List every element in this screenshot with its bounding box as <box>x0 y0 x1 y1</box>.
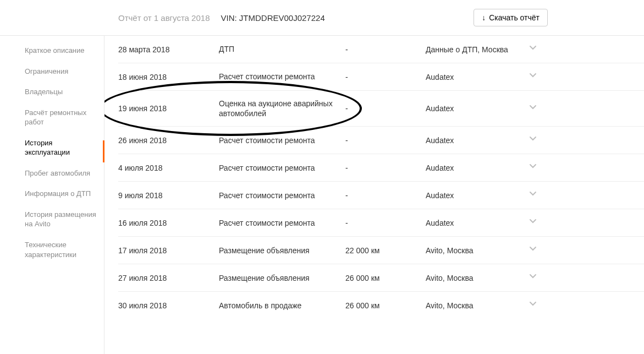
table-row[interactable]: 18 июня 2018 Расчет стоимости ремонта - … <box>118 63 644 91</box>
sidebar-item-mileage[interactable]: Пробег автомобиля <box>25 168 104 178</box>
cell-mileage: 22 000 км <box>345 246 426 255</box>
cell-date: 18 июня 2018 <box>118 73 219 81</box>
table-row[interactable]: 27 июля 2018 Размещение объявления 26 00… <box>118 264 644 292</box>
download-icon: ↓ <box>482 13 486 22</box>
sidebar: Краткое описание Ограничения Владельцы Р… <box>0 36 104 354</box>
cell-event: Расчет стоимости ремонта <box>219 72 345 81</box>
cell-source: Audatex <box>426 164 525 172</box>
expand-icon[interactable] <box>525 272 541 284</box>
cell-event: Расчет стоимости ремонта <box>219 135 345 145</box>
expand-icon[interactable] <box>525 71 541 83</box>
cell-mileage: 26 000 км <box>345 274 426 282</box>
cell-source: Avito, Москва <box>426 274 525 282</box>
cell-source: Audatex <box>426 104 525 113</box>
cell-date: 27 июля 2018 <box>118 274 219 282</box>
cell-event: Автомобиль в продаже <box>219 301 345 311</box>
expand-icon[interactable] <box>525 217 541 228</box>
cell-mileage: - <box>345 191 426 200</box>
cell-source: Audatex <box>426 136 525 145</box>
report-date: Отчёт от 1 августа 2018 <box>118 13 210 23</box>
table-row[interactable]: 4 июля 2018 Расчет стоимости ремонта - A… <box>118 154 644 182</box>
cell-source: Avito, Москва <box>426 301 525 310</box>
expand-icon[interactable] <box>525 162 541 173</box>
sidebar-item-history[interactable]: История эксплуатации <box>25 138 104 157</box>
table-row[interactable]: 9 июля 2018 Расчет стоимости ремонта - A… <box>118 182 644 209</box>
history-table: 28 марта 2018 ДТП - Данные о ДТП, Москва… <box>104 36 644 354</box>
main-layout: Краткое описание Ограничения Владельцы Р… <box>0 36 644 354</box>
table-row[interactable]: 26 июня 2018 Расчет стоимости ремонта - … <box>118 127 644 154</box>
table-row[interactable]: 30 июля 2018 Автомобиль в продаже 26 000… <box>118 292 644 319</box>
expand-icon[interactable] <box>525 134 541 146</box>
header-bar: Отчёт от 1 августа 2018 VIN: JTMDDREV00J… <box>0 0 644 36</box>
vin-label: VIN: JTMDDREV00J027224 <box>221 13 325 23</box>
sidebar-item-summary[interactable]: Краткое описание <box>25 46 104 56</box>
expand-icon[interactable] <box>525 299 541 311</box>
table-row[interactable]: 17 июля 2018 Размещение объявления 22 00… <box>118 237 644 264</box>
cell-source: Audatex <box>426 191 525 200</box>
cell-event: Расчет стоимости ремонта <box>219 163 345 173</box>
sidebar-item-owners[interactable]: Владельцы <box>25 87 104 97</box>
cell-source: Audatex <box>426 219 525 227</box>
cell-source: Audatex <box>426 73 525 81</box>
download-label: Скачать отчёт <box>489 13 540 22</box>
cell-source: Данные о ДТП, Москва <box>426 45 525 54</box>
expand-icon[interactable] <box>525 103 541 115</box>
cell-date: 9 июля 2018 <box>118 191 219 200</box>
expand-icon[interactable] <box>525 43 541 55</box>
cell-source: Avito, Москва <box>426 246 525 255</box>
cell-mileage: - <box>345 45 426 54</box>
table-row[interactable]: 19 июня 2018 Оценка на аукционе аварийны… <box>118 91 644 127</box>
table-row[interactable]: 28 марта 2018 ДТП - Данные о ДТП, Москва <box>118 36 644 63</box>
sidebar-item-accident-info[interactable]: Информация о ДТП <box>25 189 104 199</box>
expand-icon[interactable] <box>525 189 541 201</box>
cell-mileage: - <box>345 136 426 145</box>
sidebar-item-avito-history[interactable]: История размещения на Avito <box>25 210 104 229</box>
cell-date: 17 июля 2018 <box>118 246 219 255</box>
cell-mileage: - <box>345 104 426 113</box>
cell-date: 19 июня 2018 <box>118 104 219 113</box>
sidebar-item-restrictions[interactable]: Ограничения <box>25 67 104 77</box>
cell-mileage: - <box>345 219 426 227</box>
cell-mileage: - <box>345 164 426 172</box>
cell-event: Расчет стоимости ремонта <box>219 190 345 200</box>
cell-date: 16 июля 2018 <box>118 219 219 227</box>
download-report-button[interactable]: ↓ Скачать отчёт <box>474 9 548 26</box>
expand-icon[interactable] <box>525 244 541 256</box>
cell-date: 4 июля 2018 <box>118 164 219 172</box>
cell-event: Размещение объявления <box>219 246 345 255</box>
cell-event: Расчет стоимости ремонта <box>219 218 345 228</box>
cell-event: Оценка на аукционе аварийных автомобилей <box>219 99 345 118</box>
cell-event: Размещение объявления <box>219 273 345 283</box>
cell-date: 26 июня 2018 <box>118 136 219 145</box>
cell-date: 30 июля 2018 <box>118 301 219 310</box>
cell-mileage: - <box>345 73 426 81</box>
cell-mileage: 26 000 км <box>345 301 426 310</box>
sidebar-item-repair-calc[interactable]: Расчёт ремонтных работ <box>25 108 104 127</box>
cell-event: ДТП <box>219 44 345 54</box>
cell-date: 28 марта 2018 <box>118 45 219 54</box>
table-row[interactable]: 16 июля 2018 Расчет стоимости ремонта - … <box>118 209 644 237</box>
sidebar-item-tech-specs[interactable]: Технические характеристики <box>25 240 104 259</box>
